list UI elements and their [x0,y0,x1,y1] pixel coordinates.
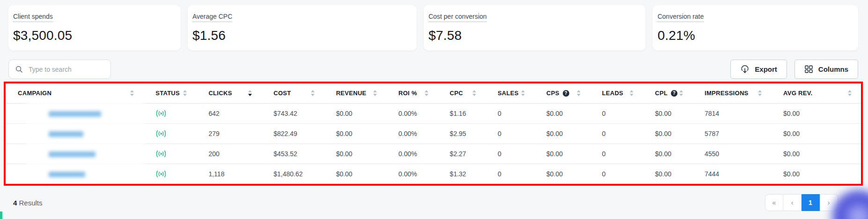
column-header-cost[interactable]: COST [261,83,324,103]
cell-impressions: 5787 [692,123,771,143]
column-header-status[interactable]: STATUS [143,83,196,103]
pagination-prev[interactable]: ‹ [783,194,802,211]
column-label: SALES [498,90,519,97]
cell-sales: 0 [485,143,534,164]
campaign-name-redacted[interactable] [49,111,101,117]
column-header-sales[interactable]: SALES [485,83,534,103]
search-icon [15,65,23,73]
sort-icon[interactable] [679,90,683,96]
pagination-first[interactable]: « [765,194,783,211]
cell-cps: $0.00 [534,123,590,143]
cell-campaign[interactable] [6,123,143,143]
cell-impressions: 7444 [692,164,771,184]
column-label: CLICKS [208,90,232,97]
campaign-name-redacted[interactable] [49,151,96,157]
column-header-clicks[interactable]: CLICKS [196,83,261,103]
cell-roi: 0.00% [386,103,438,123]
cell-cost: $822.49 [261,123,324,143]
table-row[interactable]: 1,118$1,480.62$0.000.00%$1.320$0.000$0.0… [6,164,861,184]
cell-leads: 0 [590,123,643,143]
cell-campaign[interactable] [6,143,143,164]
kpi-label[interactable]: Client spends [13,13,53,22]
status-live-icon [155,110,167,117]
column-header-cps[interactable]: CPS? [534,83,590,103]
footer-bar: 4 Results «‹1› [13,194,838,211]
column-header-roi[interactable]: ROI % [386,83,438,103]
cell-cost: $743.42 [261,103,324,123]
column-label: CPC [450,90,463,97]
kpi-label[interactable]: Conversion rate [657,13,704,22]
cell-avg_rev: $0.00 [771,103,861,123]
export-button[interactable]: Export [730,60,787,79]
column-label: COST [273,90,291,97]
sort-icon[interactable] [183,90,187,96]
table-row[interactable]: 642$743.42$0.000.00%$1.160$0.000$0.00781… [6,103,861,123]
sort-icon[interactable] [311,90,315,96]
sort-icon[interactable] [248,90,252,96]
column-header-cpc[interactable]: CPC [438,83,485,103]
sort-icon[interactable] [472,90,476,96]
cell-avg_rev: $0.00 [771,123,861,143]
kpi-card-cost-per-conversion: Cost per conversion $7.58 [424,5,646,51]
column-header-leads[interactable]: LEADS [590,83,643,103]
pagination-page-1[interactable]: 1 [802,194,820,211]
status-live-icon [155,130,167,137]
columns-grid-icon [804,65,813,74]
column-label: REVENUE [336,90,367,97]
sort-icon[interactable] [425,90,428,96]
sort-icon[interactable] [130,90,134,96]
campaign-name-redacted[interactable] [49,131,83,137]
help-icon[interactable]: ? [563,90,569,97]
cell-clicks: 642 [196,103,261,123]
sort-icon[interactable] [630,90,633,96]
cell-clicks: 1,118 [196,164,261,184]
cell-cost: $1,480.62 [261,164,324,184]
search-input[interactable] [29,66,106,73]
column-label: STATUS [155,90,180,97]
column-header-avg_rev[interactable]: AVG REV. [771,83,861,103]
campaign-name-redacted[interactable] [49,172,85,177]
cell-cps: $0.00 [534,143,590,164]
cell-cpl: $0.00 [643,103,692,123]
cell-leads: 0 [590,143,643,164]
column-header-impressions[interactable]: IMPRESSIONS [692,83,771,103]
column-header-campaign[interactable]: CAMPAIGN [6,83,143,103]
table-row[interactable]: 279$822.49$0.000.00%$2.950$0.000$0.00578… [6,123,861,143]
results-label: Results [19,199,43,207]
cell-revenue: $0.00 [324,164,386,184]
cell-cpc: $2.27 [438,143,485,164]
kpi-label[interactable]: Cost per conversion [428,13,487,22]
cell-revenue: $0.00 [324,103,386,123]
cell-cpl: $0.00 [643,123,692,143]
columns-button[interactable]: Columns [794,60,858,79]
sort-icon[interactable] [577,90,581,96]
column-label: CAMPAIGN [18,90,51,97]
kpi-card-average-cpc: Average CPC $1.56 [188,5,417,51]
sort-icon[interactable] [758,90,762,96]
results-count: 4 [13,199,17,207]
column-header-cpl[interactable]: CPL? [643,83,692,103]
cell-roi: 0.00% [386,164,438,184]
toolbar-buttons: Export Columns [730,60,858,79]
cell-sales: 0 [485,164,534,184]
kpi-label[interactable]: Average CPC [192,13,232,22]
sort-icon[interactable] [848,90,852,96]
column-header-revenue[interactable]: REVENUE [324,83,386,103]
cell-status [143,123,196,143]
help-icon[interactable]: ? [671,90,677,97]
cell-cpc: $2.95 [438,123,485,143]
column-label: CPL [655,90,668,97]
table-row[interactable]: 200$453.52$0.000.00%$2.270$0.000$0.00455… [6,143,861,164]
kpi-card-conversion-rate: Conversion rate 0.21% [653,5,858,51]
search-box[interactable] [8,60,111,79]
column-label: LEADS [602,90,624,97]
sort-icon[interactable] [373,90,377,96]
sort-icon[interactable] [521,90,525,96]
columns-label: Columns [818,65,848,73]
cell-campaign[interactable] [6,103,143,123]
cell-cpc: $1.32 [438,164,485,184]
status-live-icon [155,150,167,158]
cell-avg_rev: $0.00 [771,143,861,164]
toolbar: Export Columns [8,60,858,79]
cell-campaign[interactable] [6,164,143,184]
